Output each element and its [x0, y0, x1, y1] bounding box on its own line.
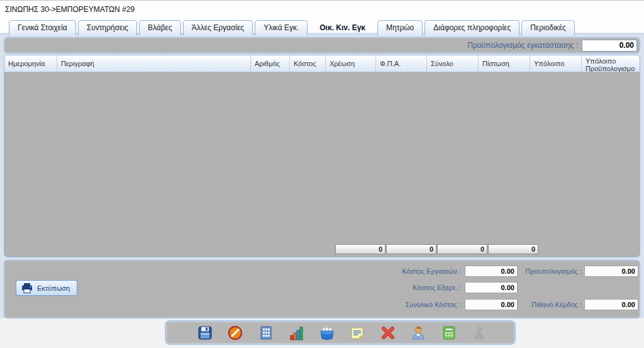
bottom-bar: [0, 318, 644, 348]
label-cost-parts: Κόστος Εξαρτ. :: [340, 284, 461, 291]
field-total-cost: 0.00: [465, 299, 518, 310]
disabled-user-icon: [470, 324, 488, 342]
col-header-description[interactable]: Περιγραφή: [57, 55, 251, 72]
printer-icon: [21, 283, 33, 293]
budget-label: Προϋπολογισμός εγκατάστασης :: [467, 41, 578, 50]
col-header-cost[interactable]: Κόστος: [290, 55, 326, 72]
save-icon[interactable]: [196, 324, 214, 342]
tab-syntiriseis[interactable]: Συντηρήσεις: [78, 20, 137, 35]
grid-total-total: 0: [437, 244, 487, 254]
app-window: ΣΙΝΩΠΗΣ 30->ΕΜΠΟΡΕΥΜΑΤΩΝ #29 Γενικά Στοι…: [0, 0, 644, 348]
field-cost-works: 0.00: [465, 266, 518, 277]
page-title: ΣΙΝΩΠΗΣ 30->ΕΜΠΟΡΕΥΜΑΤΩΝ #29: [0, 1, 644, 18]
budget-bar: Προϋπολογισμός εγκατάστασης : 0.00: [4, 37, 640, 53]
tab-alles-ergasies[interactable]: Άλλες Εργασίες: [183, 20, 253, 35]
label-total-cost: Συνολικό Κόστος :: [340, 301, 461, 308]
summary-panel: Εκτύπωση Κόστος Εργασιών : 0.00 Προυπολο…: [4, 260, 640, 318]
print-button[interactable]: Εκτύπωση: [16, 280, 77, 296]
note-icon[interactable]: [348, 324, 366, 342]
cancel-icon[interactable]: [226, 324, 244, 342]
col-header-debit[interactable]: Χρέωση: [326, 55, 376, 72]
tab-mitroo[interactable]: Μητρώο: [377, 20, 423, 35]
col-header-budget-balance[interactable]: Υπόλοιπο Προϋπολογισμο: [582, 55, 640, 72]
tab-diafores-plirofories[interactable]: Διάφορες πληροφορίες: [425, 20, 519, 35]
archive-box-icon[interactable]: [318, 324, 336, 342]
tab-bar: Γενικά Στοιχεία Συντηρήσεις Βλάβες Άλλες…: [0, 18, 644, 35]
budget-input[interactable]: 0.00: [582, 40, 637, 52]
delete-icon[interactable]: [379, 324, 397, 342]
label-probable-profit: Πιθανό Κέρδος :: [518, 301, 582, 308]
records-grid: Ημερομηνία Περιγραφή Αριθμός Κόστος Χρέω…: [4, 55, 640, 257]
grid-total-debit: 0: [335, 244, 386, 254]
grid-body-empty[interactable]: [4, 72, 640, 257]
print-button-label: Εκτύπωση: [37, 284, 70, 292]
tab-page-content: Προϋπολογισμός εγκατάστασης : 0.00 Ημερο…: [0, 35, 644, 318]
tab-vlaves[interactable]: Βλάβες: [139, 20, 181, 35]
grid-header-row: Ημερομηνία Περιγραφή Αριθμός Κόστος Χρέω…: [4, 55, 640, 72]
col-header-vat[interactable]: Φ.Π.Α.: [376, 55, 427, 72]
col-header-date[interactable]: Ημερομηνία: [4, 55, 57, 72]
tab-periodikes[interactable]: Περιοδικές: [521, 20, 575, 35]
field-probable-profit: 0.00: [584, 299, 638, 310]
user-icon[interactable]: [409, 324, 427, 342]
building-icon[interactable]: [257, 324, 275, 342]
col-header-credit[interactable]: Πίστωση: [479, 55, 530, 72]
grid-total-credit: 0: [488, 244, 538, 254]
label-cost-works: Κόστος Εργασιών :: [340, 267, 461, 275]
grid-total-vat: 0: [386, 244, 436, 254]
calculator-icon[interactable]: [440, 324, 458, 342]
tab-genika-stoixeia[interactable]: Γενικά Στοιχεία: [9, 20, 76, 35]
col-header-number[interactable]: Αριθμός: [251, 55, 290, 72]
label-budget-total: Προυπολογισμός :: [518, 267, 582, 275]
field-budget-total: 0.00: [584, 266, 638, 277]
field-cost-parts: 0.00: [465, 282, 518, 293]
col-header-balance[interactable]: Υπόλοιπο: [530, 55, 582, 72]
main-toolbar: [165, 320, 516, 345]
col-header-total[interactable]: Σύνολο: [427, 55, 479, 72]
tab-ylika-egk[interactable]: Υλικά Εγκ.: [255, 20, 308, 35]
tab-oik-kin-egk[interactable]: Οικ. Κιν. Εγκ: [309, 20, 375, 35]
chart-icon[interactable]: [287, 324, 305, 342]
